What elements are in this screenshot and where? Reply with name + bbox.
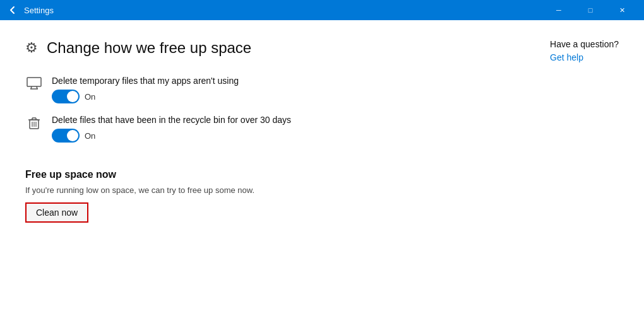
free-space-desc: If you're running low on space, we can t… <box>25 185 619 195</box>
help-panel: Have a question? Get help <box>550 39 619 63</box>
temp-files-toggle-row: On <box>52 90 239 103</box>
maximize-button[interactable]: □ <box>576 0 605 20</box>
recycle-bin-toggle[interactable] <box>52 129 80 143</box>
help-question-text: Have a question? <box>550 39 619 49</box>
free-space-section: Free up space now If you're running low … <box>25 163 619 223</box>
minimize-button[interactable]: ─ <box>544 0 573 20</box>
recycle-bin-label: Delete files that have been in the recyc… <box>52 115 291 125</box>
titlebar-title: Settings <box>24 6 54 15</box>
temp-files-row: Delete temporary files that my apps aren… <box>25 76 619 103</box>
temp-files-content: Delete temporary files that my apps aren… <box>52 76 239 103</box>
temp-files-toggle-label: On <box>85 92 95 102</box>
close-button[interactable]: ✕ <box>607 0 636 20</box>
monitor-icon <box>25 77 43 93</box>
recycle-bin-content: Delete files that have been in the recyc… <box>52 115 291 143</box>
titlebar-controls: ─ □ ✕ <box>544 0 636 20</box>
temp-files-label: Delete temporary files that my apps aren… <box>52 76 239 86</box>
titlebar: Settings ─ □ ✕ <box>0 0 644 20</box>
recycle-bin-toggle-row: On <box>52 129 291 143</box>
titlebar-left: Settings <box>8 5 54 15</box>
page-title-row: ⚙ Change how we free up space <box>25 39 619 57</box>
page-title: Change how we free up space <box>47 39 251 57</box>
back-button[interactable] <box>8 5 18 15</box>
get-help-link[interactable]: Get help <box>550 52 583 62</box>
temp-files-toggle[interactable] <box>52 90 80 103</box>
gear-icon: ⚙ <box>25 40 38 56</box>
clean-now-button[interactable]: Clean now <box>25 202 88 223</box>
trash-icon <box>25 116 43 133</box>
svg-rect-0 <box>27 78 41 86</box>
recycle-bin-row: Delete files that have been in the recyc… <box>25 115 619 143</box>
free-space-title: Free up space now <box>25 169 619 180</box>
main-content: Have a question? Get help ⚙ Change how w… <box>0 20 644 333</box>
recycle-bin-toggle-label: On <box>85 131 95 141</box>
